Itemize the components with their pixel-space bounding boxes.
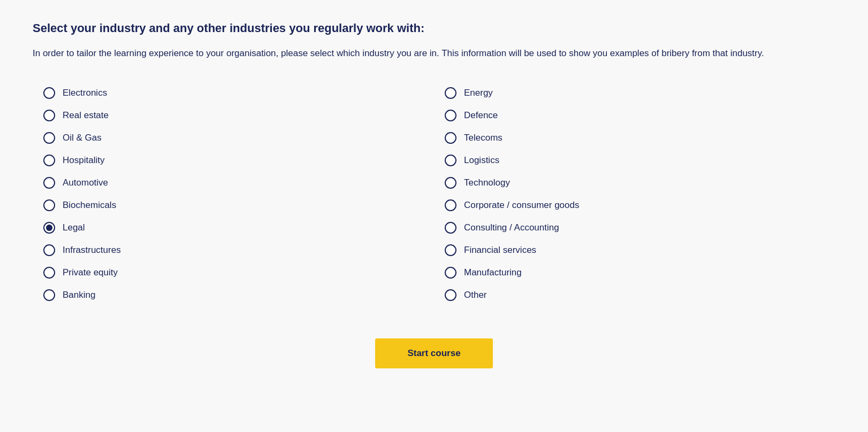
option-item-electronics[interactable]: Electronics bbox=[33, 82, 434, 104]
option-item-logistics[interactable]: Logistics bbox=[434, 149, 835, 172]
label-energy: Energy bbox=[464, 88, 493, 98]
option-item-energy[interactable]: Energy bbox=[434, 82, 835, 104]
radio-hospitality[interactable] bbox=[43, 155, 55, 166]
page-container: Select your industry and any other indus… bbox=[33, 21, 835, 368]
label-infrastructures: Infrastructures bbox=[63, 245, 121, 256]
label-manufacturing: Manufacturing bbox=[464, 267, 522, 278]
label-financial-services: Financial services bbox=[464, 245, 536, 256]
option-item-biochemicals[interactable]: Biochemicals bbox=[33, 194, 434, 217]
option-item-private-equity[interactable]: Private equity bbox=[33, 261, 434, 284]
radio-manufacturing[interactable] bbox=[445, 267, 456, 279]
label-real-estate: Real estate bbox=[63, 110, 109, 121]
option-item-defence[interactable]: Defence bbox=[434, 104, 835, 127]
label-corporate-consumer-goods: Corporate / consumer goods bbox=[464, 200, 579, 211]
radio-energy[interactable] bbox=[445, 87, 456, 99]
radio-logistics[interactable] bbox=[445, 155, 456, 166]
radio-infrastructures[interactable] bbox=[43, 244, 55, 256]
label-logistics: Logistics bbox=[464, 155, 499, 166]
option-item-oil-gas[interactable]: Oil & Gas bbox=[33, 127, 434, 149]
radio-real-estate[interactable] bbox=[43, 110, 55, 121]
radio-telecoms[interactable] bbox=[445, 132, 456, 144]
radio-private-equity[interactable] bbox=[43, 267, 55, 279]
radio-oil-gas[interactable] bbox=[43, 132, 55, 144]
option-item-consulting-accounting[interactable]: Consulting / Accounting bbox=[434, 217, 835, 239]
label-automotive: Automotive bbox=[63, 178, 108, 188]
option-item-corporate-consumer-goods[interactable]: Corporate / consumer goods bbox=[434, 194, 835, 217]
radio-automotive[interactable] bbox=[43, 177, 55, 189]
option-item-real-estate[interactable]: Real estate bbox=[33, 104, 434, 127]
label-consulting-accounting: Consulting / Accounting bbox=[464, 222, 559, 233]
option-item-other[interactable]: Other bbox=[434, 284, 835, 306]
option-item-infrastructures[interactable]: Infrastructures bbox=[33, 239, 434, 261]
label-legal: Legal bbox=[63, 222, 85, 233]
radio-legal[interactable] bbox=[43, 222, 55, 234]
button-container: Start course bbox=[33, 338, 835, 368]
right-column: EnergyDefenceTelecomsLogisticsTechnology… bbox=[434, 82, 835, 306]
radio-consulting-accounting[interactable] bbox=[445, 222, 456, 234]
radio-banking[interactable] bbox=[43, 289, 55, 301]
radio-corporate-consumer-goods[interactable] bbox=[445, 199, 456, 211]
left-column: ElectronicsReal estateOil & GasHospitali… bbox=[33, 82, 434, 306]
radio-biochemicals[interactable] bbox=[43, 199, 55, 211]
label-private-equity: Private equity bbox=[63, 267, 118, 278]
start-course-button[interactable]: Start course bbox=[375, 338, 492, 368]
option-item-legal[interactable]: Legal bbox=[33, 217, 434, 239]
page-title: Select your industry and any other indus… bbox=[33, 21, 835, 35]
option-item-technology[interactable]: Technology bbox=[434, 172, 835, 194]
option-item-automotive[interactable]: Automotive bbox=[33, 172, 434, 194]
options-grid: ElectronicsReal estateOil & GasHospitali… bbox=[33, 82, 835, 306]
radio-electronics[interactable] bbox=[43, 87, 55, 99]
label-hospitality: Hospitality bbox=[63, 155, 104, 166]
radio-financial-services[interactable] bbox=[445, 244, 456, 256]
option-item-manufacturing[interactable]: Manufacturing bbox=[434, 261, 835, 284]
label-oil-gas: Oil & Gas bbox=[63, 133, 102, 143]
label-biochemicals: Biochemicals bbox=[63, 200, 116, 211]
option-item-financial-services[interactable]: Financial services bbox=[434, 239, 835, 261]
option-item-banking[interactable]: Banking bbox=[33, 284, 434, 306]
option-item-hospitality[interactable]: Hospitality bbox=[33, 149, 434, 172]
label-telecoms: Telecoms bbox=[464, 133, 502, 143]
option-item-telecoms[interactable]: Telecoms bbox=[434, 127, 835, 149]
label-banking: Banking bbox=[63, 290, 95, 300]
label-defence: Defence bbox=[464, 110, 498, 121]
label-electronics: Electronics bbox=[63, 88, 107, 98]
radio-defence[interactable] bbox=[445, 110, 456, 121]
radio-technology[interactable] bbox=[445, 177, 456, 189]
page-description: In order to tailor the learning experien… bbox=[33, 46, 825, 60]
label-other: Other bbox=[464, 290, 487, 300]
label-technology: Technology bbox=[464, 178, 510, 188]
radio-other[interactable] bbox=[445, 289, 456, 301]
